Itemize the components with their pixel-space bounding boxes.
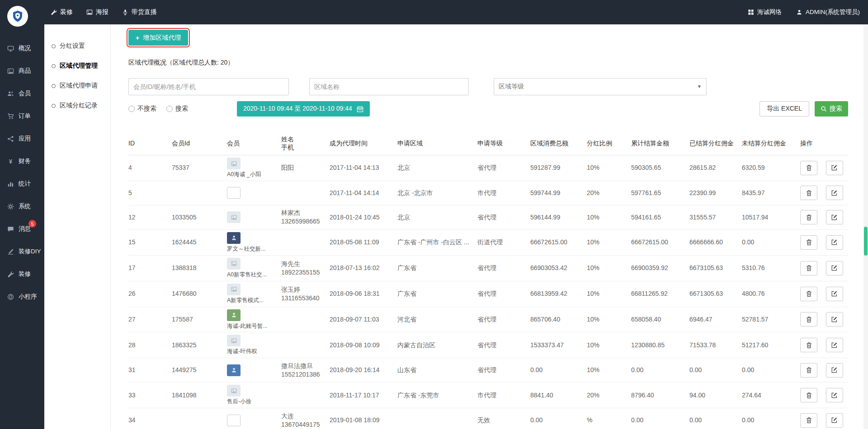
region-name-input[interactable] [309, 78, 469, 95]
table-row: 33 1841098 售后-小徐 2018-11-17 10:17 广东省 -东… [128, 382, 848, 408]
edit-button[interactable] [826, 388, 843, 402]
topbar-network[interactable]: 海诚网络 [748, 8, 782, 16]
sidebar-item-apps[interactable]: 应用 [0, 127, 44, 150]
sidebar-item-miniprogram[interactable]: 小程序 [0, 285, 44, 308]
cell-id: 28 [128, 332, 172, 358]
edit-button[interactable] [826, 287, 843, 301]
cell-actions [800, 382, 848, 408]
delete-button[interactable] [800, 186, 817, 200]
cell-dividend-ratio: 10% [587, 155, 631, 181]
cell-settled-commission: 0.00 [689, 358, 742, 382]
edit-button[interactable] [826, 261, 843, 275]
delete-button[interactable] [800, 287, 817, 301]
member-nickname: A0新零售社交... [227, 271, 278, 279]
column-header: 已结算分红佣金 [689, 132, 742, 155]
cell-id: 26 [128, 281, 172, 307]
cell-settled-amount: 594161.65 [631, 205, 689, 229]
search-button[interactable]: 搜索 [815, 101, 848, 117]
yen-icon: ¥ [7, 158, 14, 165]
chart-icon [7, 181, 14, 187]
delete-button[interactable] [800, 363, 817, 378]
cell-settled-commission: 22390.99 [689, 181, 742, 205]
sidebar-item-decorate[interactable]: 装修 [0, 263, 44, 285]
export-excel-button[interactable]: 导出 EXCEL [760, 101, 809, 117]
plus-icon: + [136, 35, 139, 41]
sidebar-item-overview[interactable]: 概况 [0, 37, 44, 60]
submenu-item-region-agent-management[interactable]: 区域代理管理 [44, 56, 110, 76]
edit-button[interactable] [826, 312, 843, 326]
delete-button[interactable] [800, 413, 817, 428]
scrollbar-thumb[interactable] [864, 227, 868, 256]
member-nickname: 海诚-叶伟权 [227, 348, 278, 355]
cell-member: 海诚-叶伟权 [227, 332, 281, 358]
table-row: 17 1388318 A0新零售社交... 海先生18922355155 201… [128, 255, 848, 281]
region-level-select[interactable]: 区域等级 ▼ [494, 78, 707, 95]
sidebar-item-stats[interactable]: 统计 [0, 173, 44, 195]
edit-button[interactable] [826, 338, 843, 352]
cell-id: 27 [128, 307, 172, 332]
cell-agent-time: 2018-11-17 10:17 [330, 382, 397, 408]
submenu-item-region-agent-apply[interactable]: 区域代理申请 [44, 76, 110, 96]
delete-button[interactable] [800, 388, 817, 402]
filter-row: 区域等级 ▼ [128, 78, 863, 95]
cell-member: A0新零售社交... [227, 255, 281, 281]
search-radio[interactable]: 搜索 [166, 105, 188, 113]
region-agents-table: ID会员Id会员姓名 手机成为代理时间申请区域申请等级区域消费总额分红比例累计结… [128, 132, 848, 429]
member-search-input[interactable] [128, 78, 289, 95]
member-avatar [227, 385, 241, 396]
magnifier-icon [821, 106, 827, 112]
sidebar-item-orders[interactable]: 订单 [0, 105, 44, 127]
cell-member: 售后-小徐 [227, 382, 281, 408]
cell-member-id: 175587 [172, 307, 227, 332]
shield-logo-icon [11, 9, 24, 23]
topnav-item-decorate[interactable]: 装修 [51, 8, 73, 16]
sidebar-item-finance[interactable]: ¥财务 [0, 150, 44, 173]
add-region-agent-button[interactable]: +增加区域代理 [128, 30, 188, 46]
cell-total-consumption: 599744.99 [530, 181, 587, 205]
edit-button[interactable] [826, 363, 843, 378]
users-icon [7, 90, 14, 97]
agent-summary: 区域代理概况（区域代理总人数: 20） [128, 59, 863, 67]
delete-button[interactable] [800, 312, 817, 326]
cell-member [227, 358, 281, 382]
cell-id: 4 [128, 155, 172, 181]
cell-name-phone: 海先生18922355155 [281, 255, 330, 281]
date-range-value: 2020-11-10 09:44 至 2020-11-10 09:44 [243, 105, 352, 113]
sidebar-item-diy[interactable]: 装修DIY [0, 240, 44, 263]
submenu-item-dividend-settings[interactable]: 分红设置 [44, 36, 110, 56]
edit-button[interactable] [826, 235, 843, 250]
topnav-item-poster[interactable]: 海报 [86, 8, 108, 16]
sidebar-item-goods[interactable]: 商品 [0, 60, 44, 82]
submenu-item-region-dividend-records[interactable]: 区域分红记录 [44, 96, 110, 116]
wrench-icon [7, 271, 14, 278]
cell-settled-commission: 28615.82 [689, 155, 742, 181]
cell-dividend-ratio: 10% [587, 281, 631, 307]
app-logo[interactable] [7, 6, 28, 27]
cell-member-id: 75337 [172, 155, 227, 181]
no-search-radio[interactable]: 不搜索 [128, 105, 156, 113]
topnav-item-live[interactable]: 带货直播 [122, 8, 157, 16]
delete-button[interactable] [800, 338, 817, 352]
topbar-admin[interactable]: ADMIN(系统管理员) [796, 8, 860, 16]
edit-button[interactable] [826, 413, 843, 428]
delete-button[interactable] [800, 261, 817, 275]
cell-unsettled-commission: 4800.76 [742, 281, 800, 307]
delete-button[interactable] [800, 161, 817, 175]
edit-button[interactable] [826, 210, 843, 224]
cell-actions [800, 307, 848, 332]
sidebar-item-members[interactable]: 会员 [0, 82, 44, 105]
date-range-button[interactable]: 2020-11-10 09:44 至 2020-11-10 09:44 [237, 101, 370, 117]
sidebar-item-system[interactable]: 系统 [0, 195, 44, 218]
cell-total-consumption: 865706.40 [530, 307, 587, 332]
page-scrollbar[interactable] [863, 24, 868, 429]
sidebar-item-message[interactable]: 消息5 [0, 218, 44, 240]
delete-button[interactable] [800, 235, 817, 250]
cell-dividend-ratio: 10% [587, 332, 631, 358]
cell-total-consumption: 591287.99 [530, 155, 587, 181]
delete-button[interactable] [800, 210, 817, 224]
edit-button[interactable] [826, 161, 843, 175]
edit-button[interactable] [826, 186, 843, 200]
column-header: 未结算分红佣金 [742, 132, 800, 155]
column-header: 会员Id [172, 132, 227, 155]
cell-member-id: 1863325 [172, 332, 227, 358]
